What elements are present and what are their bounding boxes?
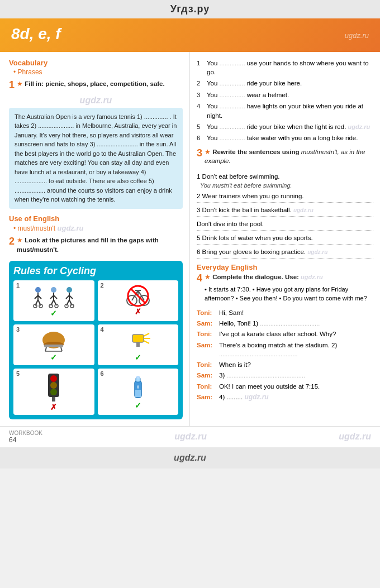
svg-point-46 — [50, 389, 57, 395]
ex2-number: 2 — [9, 236, 15, 248]
chapter-label: 8d, e, f — [11, 25, 61, 42]
exercise-3-row: 3 ★ Rewrite the sentences using must/mus… — [197, 147, 373, 169]
helmet-svg — [40, 328, 68, 353]
exercise-3-section: 3 ★ Rewrite the sentences using must/mus… — [197, 147, 373, 259]
everyday-english-title: Everyday English — [197, 263, 373, 271]
bottom-ugdz: ugdz.ru — [174, 453, 206, 462]
exercise-2-row: 2 ★ Look at the pictures and fill in the… — [9, 236, 183, 257]
cycling-cell-5: 5 ✗ — [13, 369, 94, 415]
traffic-light-svg — [45, 372, 62, 403]
text-box: The Australian Open is a very famous ten… — [9, 108, 183, 209]
cycling-cell-4: 4 ✓ — [98, 324, 179, 365]
svg-point-45 — [50, 382, 57, 389]
dialogue-line-5: Toni: When is it? — [197, 360, 373, 369]
you-item-6: 6 You ............... take water with yo… — [197, 133, 373, 142]
cycling-box: Rules for Cycling 1 — [9, 261, 183, 419]
cyclists-svg — [31, 286, 76, 309]
ex1-content: ★ Fill in: picnic, shops, place, competi… — [17, 79, 165, 92]
vocabulary-title: Vocabulary — [9, 59, 183, 67]
dialogue-line-4: Sam: There's a boxing match at the stadi… — [197, 341, 373, 358]
workbook-label: WORKBOOK 64 — [9, 430, 42, 444]
dialogue-line-1: Toni: Hi, Sam! — [197, 308, 373, 317]
left-column: Vocabulary • Phrases 1 ★ Fill in: picnic… — [0, 52, 190, 426]
everyday-english-section: Everyday English 4 ★ Complete the dialog… — [197, 263, 373, 401]
chapter-header: 8d, e, f ugdz.ru — [0, 18, 380, 52]
ex2-instruction: ★ Look at the pictures and fill in the g… — [17, 236, 183, 254]
rewrite-item-5: 5 Drink lots of water when you do sports… — [197, 233, 373, 245]
dialogue-section: Toni: Hi, Sam! Sam: Hello, Toni! 1) ....… — [197, 308, 373, 401]
cycling-cell-2: 2 ✗ — [98, 280, 179, 321]
you-item-5: 5 You ............... ride your bike whe… — [197, 122, 373, 131]
ugdz-watermark-header: ugdz.ru — [345, 31, 369, 40]
light-svg — [124, 328, 152, 353]
svg-line-35 — [45, 347, 46, 351]
svg-line-42 — [144, 341, 149, 343]
ex4-instruction: ★ Complete the dialogue. Use: ugdz.ru — [205, 273, 373, 282]
water-bottle-svg — [130, 373, 146, 401]
svg-point-16 — [66, 287, 72, 293]
ex3-number: 3 — [197, 147, 202, 160]
no-bike-svg — [124, 285, 152, 307]
ex1-number: 1 — [9, 79, 15, 92]
ex4-prompts: • It starts at 7:30. • Have you got any … — [205, 285, 373, 303]
svg-rect-50 — [136, 376, 140, 379]
exercise-1-row: 1 ★ Fill in: picnic, shops, place, compe… — [9, 79, 183, 92]
exercise-4-row: 4 ★ Complete the dialogue. Use: ugdz.ru … — [197, 273, 373, 305]
cycling-title: Rules for Cycling — [13, 265, 178, 277]
svg-rect-51 — [135, 390, 141, 397]
page-number: 64 — [9, 436, 42, 444]
rewrite-item-3: 3 Don't kick the ball in basketball. ugd… — [197, 205, 373, 217]
rewrite-item-1: 1 Don't eat before swimming. You mustn't… — [197, 172, 373, 189]
rewrite-item-6: 6 Bring your gloves to boxing practice. … — [197, 247, 373, 259]
right-column: 1 You ............... use your hands to … — [190, 52, 380, 426]
main-content: Vocabulary • Phrases 1 ★ Fill in: picnic… — [0, 52, 380, 426]
svg-rect-34 — [44, 345, 63, 347]
vocabulary-bullet: • Phrases — [13, 68, 183, 76]
page-footer: WORKBOOK 64 ugdz.ru ugdz.ru — [0, 426, 380, 447]
svg-point-52 — [137, 385, 139, 389]
cycling-cell-6: 6 ✓ — [98, 369, 179, 415]
svg-point-0 — [35, 287, 41, 293]
use-of-english-section: Use of English • must/mustn't ugdz.ru — [9, 214, 183, 232]
cycling-grid: 1 — [13, 280, 178, 415]
use-of-english-bullet: • must/mustn't ugdz.ru — [13, 224, 183, 232]
svg-rect-39 — [136, 342, 140, 347]
you-item-1: 1 You ............... use your hands to … — [197, 59, 373, 77]
ex4-content: ★ Complete the dialogue. Use: ugdz.ru • … — [205, 273, 373, 305]
rewrite-item-4: Don't dive into the pool. — [197, 219, 373, 231]
ex4-number: 4 — [197, 273, 202, 285]
site-title: Угдз.ру — [170, 3, 210, 15]
you-items-section: 1 You ............... use your hands to … — [197, 59, 373, 143]
you-item-3: 3 You ............... wear a helmet. — [197, 90, 373, 99]
svg-line-36 — [61, 347, 62, 351]
ugdz-footer-1: ugdz.ru — [174, 432, 207, 442]
ex1-star: ★ — [17, 80, 23, 88]
svg-rect-38 — [132, 334, 144, 342]
dialogue-line-3: Toni: I've got a karate class after scho… — [197, 329, 373, 338]
page-wrapper: 8d, e, f ugdz.ru Vocabulary • Phrases 1 … — [0, 18, 380, 447]
cycling-cell-3: 3 ✓ — [13, 324, 94, 365]
ex2-content: ★ Look at the pictures and fill in the g… — [17, 236, 183, 257]
site-header: Угдз.ру — [0, 0, 380, 18]
ex2-instruction-text: Look at the pictures and fill in the gap… — [17, 237, 159, 253]
you-item-2: 2 You ............... ride your bike her… — [197, 79, 373, 88]
ex3-content: ★ Rewrite the sentences using must/mustn… — [205, 147, 373, 169]
dialogue-line-6: Sam: 3) ................................… — [197, 371, 373, 380]
use-of-english-title: Use of English — [9, 214, 183, 223]
dialogue-line-2: Sam: Hello, Toni! 1) ...................… — [197, 319, 373, 328]
dialogue-line-8: Sam: 4) ......... ugdz.ru — [197, 393, 373, 402]
cyclists-icon — [31, 284, 76, 309]
ugdz-footer-2: ugdz.ru — [339, 432, 371, 442]
dialogue-line-7: Toni: OK! I can meet you outside at 7:15… — [197, 382, 373, 391]
svg-rect-47 — [52, 397, 55, 401]
watermark-1: ugdz.ru — [9, 95, 183, 106]
rewrite-item-2: 2 Wear trainers when you go running. — [197, 192, 373, 203]
svg-line-40 — [144, 333, 149, 336]
svg-point-44 — [50, 375, 57, 382]
bottom-footer: ugdz.ru — [0, 447, 380, 469]
ex2-star: ★ — [17, 236, 23, 244]
ex1-instruction: ★ Fill in: picnic, shops, place, competi… — [17, 79, 165, 89]
svg-point-8 — [51, 287, 56, 293]
cycling-cell-1: 1 — [13, 280, 94, 321]
ex1-instruction-text: Fill in: picnic, shops, place, competiti… — [25, 80, 165, 87]
